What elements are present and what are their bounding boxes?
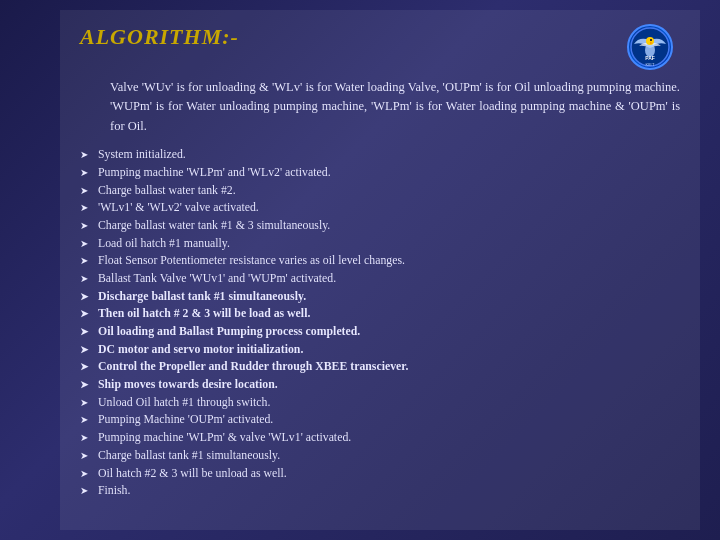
- list-item: Charge ballast water tank #1 & 3 simulta…: [80, 217, 680, 235]
- algorithm-title: ALGORITHM:-: [80, 24, 239, 50]
- list-item: Float Sensor Potentiometer resistance va…: [80, 252, 680, 270]
- list-item: Pumping machine 'WLPm' and 'WLv2' activa…: [80, 164, 680, 182]
- svg-text:KIET: KIET: [646, 62, 655, 67]
- list-item: 'WLv1' & 'WLv2' valve activated.: [80, 199, 680, 217]
- list-item: Oil hatch #2 & 3 will be unload as well.: [80, 465, 680, 483]
- list-item: Charge ballast water tank #2.: [80, 182, 680, 200]
- list-item: Load oil hatch #1 manually.: [80, 235, 680, 253]
- list-item: Finish.: [80, 482, 680, 500]
- list-item: Oil loading and Ballast Pumping process …: [80, 323, 680, 341]
- list-item: Ship moves towards desire location.: [80, 376, 680, 394]
- list-item: Ballast Tank Valve 'WUv1' and 'WUPm' act…: [80, 270, 680, 288]
- list-item: Pumping machine 'WLPm' & valve 'WLv1' ac…: [80, 429, 680, 447]
- header-row: ALGORITHM:- PAF: [80, 24, 680, 70]
- content-area: ALGORITHM:- PAF: [60, 10, 700, 530]
- svg-point-3: [650, 39, 652, 41]
- logo-area: PAF KIET: [620, 24, 680, 70]
- list-item: Pumping Machine 'OUPm' activated.: [80, 411, 680, 429]
- list-item: Control the Propeller and Rudder through…: [80, 358, 680, 376]
- list-item: System initialized.: [80, 146, 680, 164]
- list-item: Unload Oil hatch #1 through switch.: [80, 394, 680, 412]
- list-item: DC motor and servo motor initialization.: [80, 341, 680, 359]
- logo-circle: PAF KIET: [627, 24, 673, 70]
- logo-svg: PAF KIET: [629, 26, 671, 68]
- svg-text:PAF: PAF: [645, 55, 655, 61]
- intro-text: Valve 'WUv' is for unloading & 'WLv' is …: [80, 78, 680, 136]
- list-item: Discharge ballast tank #1 simultaneously…: [80, 288, 680, 306]
- list-item: Then oil hatch # 2 & 3 will be load as w…: [80, 305, 680, 323]
- list-item: Charge ballast tank #1 simultaneously.: [80, 447, 680, 465]
- bullet-list: System initialized.Pumping machine 'WLPm…: [80, 146, 680, 500]
